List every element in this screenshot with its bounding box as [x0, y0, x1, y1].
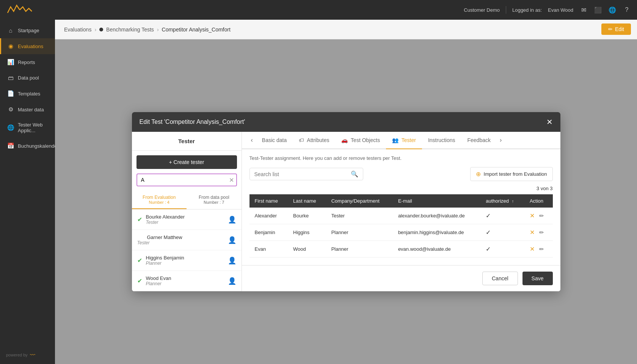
- customer-name: Customer Demo: [464, 7, 500, 13]
- tab-instructions[interactable]: Instructions: [422, 132, 461, 149]
- tester-check-bourke: ✔: [137, 216, 142, 223]
- globe-icon[interactable]: 🌐: [608, 6, 617, 14]
- cell-auth-1: ✓: [480, 208, 524, 224]
- tester-item-higgins[interactable]: ✔ Higgins Benjamin Planner 👤: [132, 250, 242, 271]
- cell-auth-3: ✓: [480, 241, 524, 258]
- data-table: First name Last name Company/Department: [249, 194, 553, 258]
- create-tester-button[interactable]: + Create tester: [136, 155, 237, 169]
- tester-item-garner[interactable]: Garner Matthew Tester 👤: [132, 230, 242, 250]
- tester-role-bourke: Tester: [146, 220, 185, 225]
- cell-lastname-3: Wood: [288, 241, 326, 258]
- tab-next-button[interactable]: ›: [497, 134, 505, 147]
- import-tester-button[interactable]: ⊕ Import tester from Evaluation: [470, 167, 553, 181]
- remove-button-1[interactable]: ✕: [530, 212, 535, 219]
- authorized-check-3: ✓: [486, 246, 491, 252]
- cell-company-2: Planner: [326, 224, 393, 241]
- cell-lastname-2: Higgins: [288, 224, 326, 241]
- top-nav: Customer Demo Logged in as: Evan Wood ✉ …: [0, 0, 637, 20]
- breadcrumb-sep-2: ›: [157, 27, 159, 33]
- breadcrumb-evaluations[interactable]: Evaluations: [64, 27, 91, 33]
- logout-icon[interactable]: ⬛: [594, 6, 602, 14]
- import-btn-label: Import tester from Evaluation: [484, 171, 547, 177]
- from-eval-label: From Evaluation: [135, 195, 184, 200]
- sidebar-item-evaluations[interactable]: ◉ Evaluations: [0, 38, 55, 54]
- edit-btn-label: Edit: [615, 26, 624, 32]
- mail-icon[interactable]: ✉: [579, 6, 588, 14]
- search-clear-icon[interactable]: ✕: [229, 177, 234, 184]
- sort-icon: ↑: [512, 199, 514, 203]
- col-firstname: First name: [249, 194, 288, 208]
- cell-firstname-3: Evan: [249, 241, 288, 258]
- tester-search-input[interactable]: [136, 173, 237, 186]
- cell-action-1: ✕ ✏: [524, 208, 553, 224]
- tester-avatar-garner: 👤: [228, 236, 236, 244]
- cell-action-2: ✕ ✏: [524, 224, 553, 241]
- cell-company-3: Planner: [326, 241, 393, 258]
- table-search: 🔍: [249, 168, 363, 180]
- tab-from-evaluation[interactable]: From Evaluation Number : 4: [132, 191, 187, 209]
- right-content: Test-Tester assignment. Here you can add…: [242, 149, 560, 265]
- tester-name-bourke: Bourke Alexander: [146, 214, 185, 220]
- table-search-input[interactable]: [254, 171, 348, 177]
- modal-close-button[interactable]: ✕: [546, 118, 553, 126]
- col-action: Action: [524, 194, 553, 208]
- sidebar-item-tester-web[interactable]: 🌐 Tester Web Applic...: [0, 117, 55, 138]
- edit-button-1[interactable]: ✏: [539, 212, 544, 219]
- tab-prev-button[interactable]: ‹: [248, 134, 256, 147]
- search-import-row: 🔍 ⊕ Import tester from Evaluation: [249, 167, 553, 181]
- tab-attributes[interactable]: 🏷 Attributes: [293, 132, 335, 149]
- breadcrumb-test[interactable]: Benchmarking Tests: [106, 27, 154, 33]
- edit-button-3[interactable]: ✏: [539, 246, 544, 253]
- tester-role-garner: Tester: [137, 240, 182, 245]
- breadcrumb-bullet: [99, 28, 103, 31]
- help-icon[interactable]: ?: [623, 6, 631, 14]
- sidebar-item-masterdata[interactable]: ⚙ Master data: [0, 102, 55, 117]
- tester-avatar-wood: 👤: [228, 277, 236, 285]
- tab-basic-data[interactable]: Basic data: [256, 132, 293, 149]
- edit-button[interactable]: ✏ Edit: [601, 23, 631, 35]
- top-nav-info: Customer Demo Logged in as: Evan Wood ✉ …: [464, 6, 631, 14]
- tab-feedback[interactable]: Feedback: [461, 132, 497, 149]
- sidebar-bottom: powered by 〰: [0, 346, 55, 364]
- powered-by-label: powered by: [6, 353, 28, 357]
- table-row: Evan Wood Planner evan.wood@ivaluate.de …: [249, 241, 553, 258]
- save-button[interactable]: Save: [522, 272, 553, 285]
- sidebar-label-datapool: Data pool: [18, 75, 39, 81]
- sidebar-label-templates: Templates: [18, 91, 40, 97]
- sidebar-item-templates[interactable]: 📄 Templates: [0, 86, 55, 102]
- tab-from-data-pool[interactable]: From data pool Number : 7: [187, 191, 242, 209]
- logged-in-user: Evan Wood: [548, 7, 573, 13]
- from-pool-label: From data pool: [190, 195, 238, 200]
- tester-role-higgins: Planner: [146, 261, 184, 266]
- tab-test-objects[interactable]: 🚗 Test Objects: [335, 132, 386, 149]
- remove-button-2[interactable]: ✕: [530, 229, 535, 236]
- col-company: Company/Department: [326, 194, 393, 208]
- table-count: 3 von 3: [537, 186, 553, 191]
- sidebar-item-buchungen[interactable]: 📅 Buchungskalender: [0, 138, 55, 154]
- sidebar-item-datapool[interactable]: 🗃 Data pool: [0, 70, 55, 86]
- modal-overlay: Edit Test 'Competitor Analysis_Comfort' …: [55, 39, 637, 364]
- logo: [6, 3, 36, 17]
- tester-item-bourke[interactable]: ✔ Bourke Alexander Tester 👤: [132, 209, 242, 230]
- buchungen-icon: 📅: [7, 142, 14, 149]
- cancel-button[interactable]: Cancel: [482, 272, 518, 285]
- tester-item-wood[interactable]: ✔ Wood Evan Planner 👤: [132, 271, 242, 291]
- sidebar-label-buchungen: Buchungskalender: [18, 143, 59, 149]
- table-row: Alexander Bourke Tester alexander.bourke…: [249, 208, 553, 224]
- breadcrumb-current: Competitor Analysis_Comfort: [162, 27, 231, 33]
- col-lastname: Last name: [288, 194, 326, 208]
- from-eval-count: Number : 4: [135, 200, 184, 205]
- breadcrumb-sep-1: ›: [94, 27, 96, 33]
- remove-button-3[interactable]: ✕: [530, 245, 535, 253]
- table-row: Benjamin Higgins Planner benjamin.higgin…: [249, 224, 553, 241]
- sidebar-item-reports[interactable]: 📊 Reports: [0, 54, 55, 70]
- tester-name-wood: Wood Evan: [146, 275, 171, 281]
- col-authorized[interactable]: authorized ↑: [480, 194, 524, 208]
- authorized-check-2: ✓: [486, 229, 491, 236]
- tester-name-higgins: Higgins Benjamin: [146, 255, 184, 261]
- sidebar-item-startpage[interactable]: ⌂ Startpage: [0, 23, 55, 38]
- tester-list: ✔ Bourke Alexander Tester 👤: [132, 209, 242, 291]
- edit-button-2[interactable]: ✏: [539, 229, 544, 236]
- tab-tester[interactable]: 👥 Tester: [386, 132, 422, 149]
- cell-action-3: ✕ ✏: [524, 241, 553, 258]
